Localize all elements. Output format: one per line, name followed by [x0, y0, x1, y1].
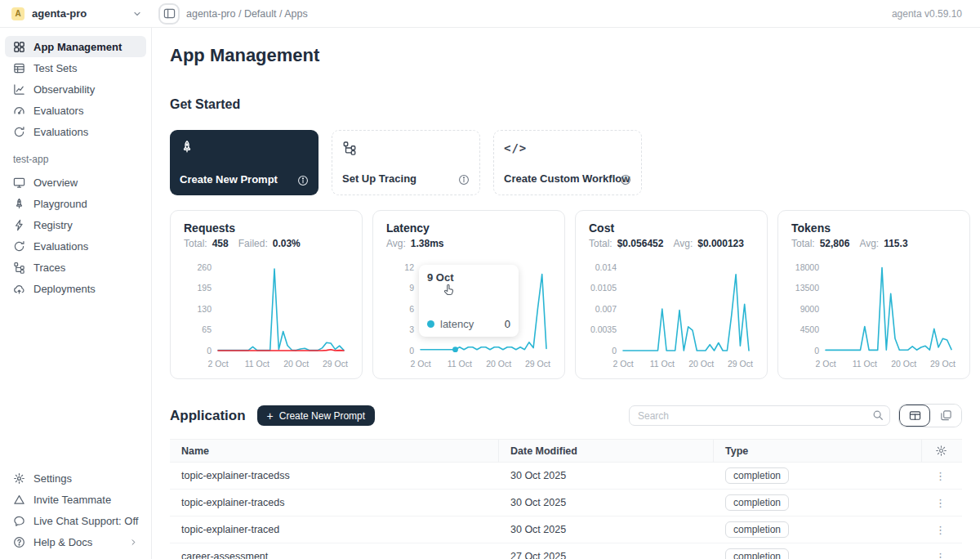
- row-menu-button[interactable]: ⋮: [922, 551, 962, 559]
- row-menu-button[interactable]: ⋮: [922, 470, 962, 482]
- card-view-icon: [940, 409, 952, 422]
- sidebar-item-evaluations[interactable]: Evaluations: [5, 121, 146, 142]
- chart-title: Requests: [184, 221, 349, 235]
- sidebar-item-evaluations-app[interactable]: Evaluations: [5, 235, 146, 257]
- create-custom-workflow-card[interactable]: </> Create Custom Workflow: [493, 130, 642, 195]
- svg-text:20 Oct: 20 Oct: [688, 359, 714, 369]
- sync-icon: [13, 240, 25, 253]
- info-icon[interactable]: [297, 175, 309, 186]
- table-row[interactable]: career-assessment 27 Oct 2025 completion…: [170, 543, 962, 559]
- svg-text:195: 195: [197, 283, 212, 293]
- sidebar-item-label: Evaluations: [33, 126, 88, 138]
- svg-text:29 Oct: 29 Oct: [525, 359, 550, 369]
- card-label: Create Custom Workflow: [504, 172, 630, 185]
- svg-text:2 Oct: 2 Oct: [815, 359, 835, 369]
- table-view-icon: [909, 409, 921, 422]
- sidebar-collapse-button[interactable]: [158, 3, 180, 25]
- sidebar-item-label: Registry: [33, 219, 73, 231]
- search-input[interactable]: [629, 405, 890, 426]
- svg-text:0: 0: [207, 346, 212, 356]
- table-icon: [13, 62, 25, 74]
- sidebar-item-evaluators[interactable]: Evaluators: [5, 100, 146, 121]
- column-header-date-modified[interactable]: Date Modified: [499, 440, 714, 462]
- svg-text:18000: 18000: [795, 262, 819, 272]
- table-row[interactable]: topic-explainer-traced 30 Oct 2025 compl…: [170, 517, 962, 543]
- application-title: Application: [170, 408, 246, 424]
- metrics-charts: Requests Total: 458 Failed: 0.03% 065130…: [170, 210, 962, 379]
- table-row[interactable]: topic-explainer-traceds 30 Oct 2025 comp…: [170, 490, 962, 517]
- stat-value: 52,806: [820, 238, 850, 249]
- stat-label: Total:: [589, 238, 612, 249]
- chat-bubble-icon: [13, 515, 25, 527]
- sidebar-item-overview[interactable]: Overview: [5, 172, 146, 193]
- chart-title: Tokens: [791, 221, 956, 235]
- trace-tree-icon: [342, 141, 357, 155]
- search-icon[interactable]: [872, 409, 884, 421]
- sidebar-item-registry[interactable]: Registry: [5, 214, 146, 235]
- gear-icon: [13, 472, 25, 485]
- chart-stats: Total: $0.056452 Avg: $0.000123: [589, 238, 754, 249]
- stat-label: Avg:: [386, 238, 406, 249]
- svg-text:0.007: 0.007: [595, 304, 617, 314]
- svg-text:4500: 4500: [800, 324, 820, 334]
- sidebar-item-live-chat-support[interactable]: Live Chat Support: Off: [5, 510, 146, 531]
- cell-date: 27 Oct 2025: [499, 551, 714, 559]
- svg-text:3: 3: [409, 324, 414, 334]
- column-header-type[interactable]: Type: [714, 440, 922, 462]
- svg-text:20 Oct: 20 Oct: [283, 359, 309, 369]
- info-icon[interactable]: [458, 174, 470, 186]
- cloud-upload-icon: [13, 283, 25, 295]
- chart-card-requests: Requests Total: 458 Failed: 0.03% 065130…: [170, 210, 363, 379]
- sidebar: App Management Test Sets Observability E…: [0, 28, 152, 559]
- sidebar-item-playground[interactable]: Playground: [5, 193, 146, 214]
- row-menu-button[interactable]: ⋮: [922, 524, 962, 536]
- sidebar-item-label: App Management: [33, 41, 122, 53]
- sidebar-item-label: Playground: [33, 198, 87, 210]
- get-started-cards: Create New Prompt Set Up Tracing </> Cre…: [170, 130, 962, 195]
- tooltip-date: 9 Oct: [427, 271, 510, 284]
- cell-date: 30 Oct 2025: [499, 524, 714, 535]
- sidebar-item-help-docs[interactable]: Help & Docs: [5, 531, 146, 552]
- app-version: agenta v0.59.10: [892, 8, 980, 20]
- code-icon: </>: [504, 141, 527, 154]
- workspace-selector[interactable]: A agenta-pro: [0, 7, 152, 20]
- requests-chart[interactable]: 0651301952602 Oct11 Oct20 Oct29 Oct: [184, 256, 349, 373]
- cost-chart[interactable]: 00.00350.0070.01050.0142 Oct11 Oct20 Oct…: [589, 256, 754, 373]
- create-new-prompt-card[interactable]: Create New Prompt: [170, 130, 318, 195]
- row-menu-button[interactable]: ⋮: [922, 497, 962, 509]
- svg-text:20 Oct: 20 Oct: [891, 359, 916, 369]
- table-view-button[interactable]: [899, 405, 930, 427]
- card-view-button[interactable]: [930, 405, 961, 427]
- svg-text:130: 130: [197, 304, 212, 314]
- stat-label: Avg:: [673, 238, 693, 249]
- sidebar-item-label: Test Sets: [33, 62, 77, 74]
- svg-text:9: 9: [409, 283, 414, 293]
- workspace-name: agenta-pro: [32, 7, 87, 20]
- column-header-name[interactable]: Name: [170, 440, 499, 462]
- chart-line-icon: [13, 83, 25, 96]
- svg-text:11 Oct: 11 Oct: [853, 359, 877, 369]
- column-settings[interactable]: [922, 440, 962, 462]
- sidebar-item-deployments[interactable]: Deployments: [5, 278, 146, 299]
- sidebar-item-test-sets[interactable]: Test Sets: [5, 57, 146, 78]
- table-row[interactable]: topic-explainer-tracedss 30 Oct 2025 com…: [170, 463, 962, 490]
- breadcrumb[interactable]: agenta-pro / Default / Apps: [186, 8, 308, 20]
- set-up-tracing-card[interactable]: Set Up Tracing: [332, 130, 480, 195]
- chart-card-latency: Latency Avg: 1.38ms 0369122 Oct11 Oct20 …: [372, 210, 565, 379]
- gauge-icon: [13, 105, 25, 117]
- tooltip-series-value: 0: [505, 318, 510, 330]
- sidebar-item-app-management[interactable]: App Management: [5, 36, 146, 57]
- create-new-prompt-button[interactable]: + Create New Prompt: [257, 405, 376, 426]
- create-button-label: Create New Prompt: [279, 410, 365, 422]
- chart-card-cost: Cost Total: $0.056452 Avg: $0.000123 00.…: [575, 210, 768, 379]
- svg-text:0.0035: 0.0035: [590, 324, 617, 334]
- cell-date: 30 Oct 2025: [499, 470, 714, 481]
- info-icon[interactable]: [620, 174, 631, 186]
- sidebar-item-traces[interactable]: Traces: [5, 257, 146, 278]
- table-header: Name Date Modified Type: [170, 439, 962, 463]
- sidebar-item-observability[interactable]: Observability: [5, 78, 146, 100]
- application-header: Application + Create New Prompt: [170, 404, 962, 427]
- sidebar-item-invite-teammate[interactable]: Invite Teammate: [5, 489, 146, 510]
- sidebar-item-settings[interactable]: Settings: [5, 467, 146, 489]
- tokens-chart[interactable]: 04500900013500180002 Oct11 Oct20 Oct29 O…: [791, 256, 956, 373]
